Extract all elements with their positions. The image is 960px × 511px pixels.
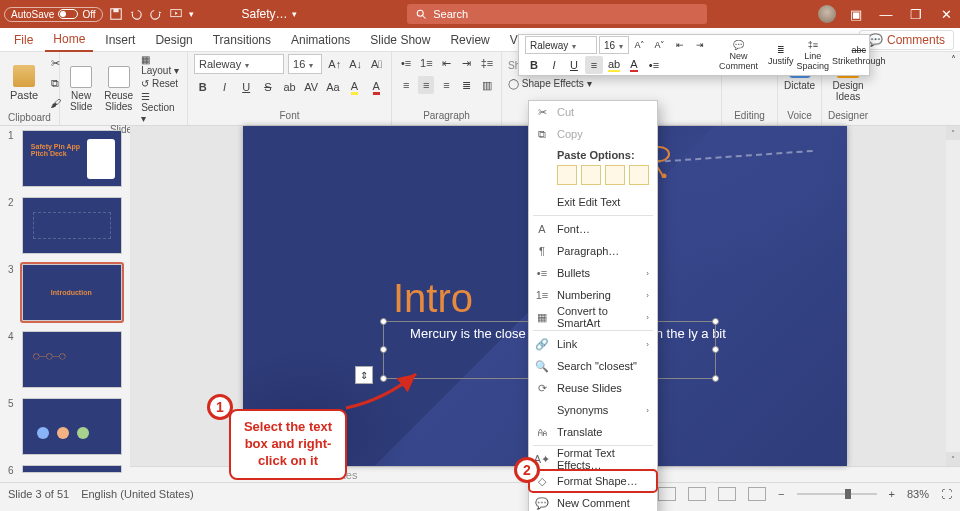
justify-button[interactable]: ≣ [459,76,475,94]
slide-thumbnails[interactable]: 1Safety Pin App Pitch Deck 2 3Introducti… [0,126,130,482]
increase-indent-button[interactable]: ⇥ [459,54,475,72]
slideshow-from-start-icon[interactable] [169,7,183,21]
search-box[interactable]: Search [407,4,707,24]
font-size-dropdown[interactable]: 16 [288,54,322,74]
zoom-slider[interactable] [797,493,877,495]
mini-font-color[interactable]: A [625,56,643,74]
fit-to-window-button[interactable]: ⛶ [941,488,952,500]
restore-button[interactable]: ❐ [906,7,926,22]
mini-highlight[interactable]: ab [605,56,623,74]
normal-view-button[interactable] [658,487,676,501]
undo-icon[interactable] [129,7,143,21]
tab-transitions[interactable]: Transitions [205,29,279,51]
bullets-button[interactable]: •≡ [398,54,414,72]
mini-bullets[interactable]: •≡ [645,56,663,74]
font-color-button[interactable]: A [367,78,385,96]
mini-indent-left[interactable]: ⇤ [671,36,689,54]
tab-animations[interactable]: Animations [283,29,358,51]
cm-link[interactable]: 🔗Link› [529,333,657,355]
redo-icon[interactable] [149,7,163,21]
mini-increase-font[interactable]: A˄ [631,36,649,54]
ribbon-display-options-icon[interactable]: ▣ [846,7,866,22]
italic-button[interactable]: I [216,78,234,96]
bold-button[interactable]: B [194,78,212,96]
slide-sorter-view-button[interactable] [688,487,706,501]
tab-home[interactable]: Home [45,28,93,52]
scroll-down-icon[interactable]: ˅ [946,452,960,466]
zoom-level[interactable]: 83% [907,488,929,500]
thumbnail-1[interactable]: Safety Pin App Pitch Deck [22,130,122,187]
close-button[interactable]: ✕ [936,7,956,22]
strike-button[interactable]: S [259,78,277,96]
mini-indent-right[interactable]: ⇥ [691,36,709,54]
cm-convert-smartart[interactable]: ▦Convert to SmartArt› [529,306,657,328]
user-avatar[interactable] [818,5,836,23]
mini-font-family[interactable]: Raleway [525,36,597,54]
line-spacing-button[interactable]: ‡≡ [479,54,495,72]
decrease-font-button[interactable]: A↓ [347,55,364,73]
highlight-button[interactable]: A [346,78,364,96]
shadow-button[interactable]: ab [281,78,299,96]
thumbnail-3[interactable]: Introduction [22,264,122,321]
new-slide-button[interactable]: New Slide [66,64,96,114]
mini-underline[interactable]: U [565,56,583,74]
decrease-indent-button[interactable]: ⇤ [438,54,454,72]
thumbnail-6[interactable] [22,465,122,473]
paste-text-only[interactable] [629,165,649,185]
zoom-in-button[interactable]: + [889,488,895,500]
thumbnail-5[interactable] [22,398,122,455]
layout-button[interactable]: ▦ Layout ▾ [141,54,181,76]
cm-exit-edit-text[interactable]: Exit Edit Text [529,191,657,213]
mini-justify[interactable]: ≣Justify [768,45,794,66]
autosave-toggle[interactable]: AutoSave Off [4,7,103,22]
cm-bullets[interactable]: •≡Bullets› [529,262,657,284]
paste-picture[interactable] [605,165,625,185]
slideshow-view-button[interactable] [748,487,766,501]
tab-review[interactable]: Review [442,29,497,51]
mini-new-comment[interactable]: 💬New Comment [719,40,758,71]
tab-slideshow[interactable]: Slide Show [362,29,438,51]
mini-line-spacing[interactable]: ‡≡Line Spacing [797,40,830,71]
char-spacing-button[interactable]: AV [302,78,320,96]
cm-translate[interactable]: 🗛Translate [529,421,657,443]
mini-bold[interactable]: B [525,56,543,74]
columns-button[interactable]: ▥ [479,76,495,94]
zoom-out-button[interactable]: − [778,488,784,500]
reset-button[interactable]: ↺ Reset [141,78,181,89]
mini-italic[interactable]: I [545,56,563,74]
minimize-button[interactable]: — [876,7,896,22]
slide-counter[interactable]: Slide 3 of 51 [8,488,69,500]
cm-synonyms[interactable]: Synonyms› [529,399,657,421]
clear-formatting-button[interactable]: A⃠ [368,55,385,73]
tab-insert[interactable]: Insert [97,29,143,51]
align-center-button[interactable]: ≡ [418,76,434,94]
mini-font-size[interactable]: 16 [599,36,629,54]
cm-copy[interactable]: ⧉Copy [529,123,657,145]
font-family-dropdown[interactable]: Raleway [194,54,284,74]
qat-overflow-icon[interactable]: ▾ [189,9,194,19]
reuse-slides-button[interactable]: Reuse Slides [100,64,137,114]
numbering-button[interactable]: 1≡ [418,54,434,72]
underline-button[interactable]: U [237,78,255,96]
paste-use-destination-theme[interactable] [557,165,577,185]
align-right-button[interactable]: ≡ [438,76,454,94]
collapse-ribbon-button[interactable]: ˄ [951,54,956,65]
title-dropdown-icon[interactable]: ▾ [292,9,297,19]
cm-format-shape[interactable]: ◇Format Shape… [529,470,657,492]
cm-numbering[interactable]: 1≡Numbering› [529,284,657,306]
mini-strikethrough[interactable]: abcStrikethrough [832,45,886,66]
cm-font[interactable]: AFont… [529,218,657,240]
cm-search[interactable]: 🔍Search "closest" [529,355,657,377]
save-icon[interactable] [109,7,123,21]
tab-file[interactable]: File [6,29,41,51]
mini-decrease-font[interactable]: A˅ [651,36,669,54]
cm-cut[interactable]: ✂Cut [529,101,657,123]
cm-reuse-slides[interactable]: ⟳Reuse Slides [529,377,657,399]
cm-paragraph[interactable]: ¶Paragraph… [529,240,657,262]
section-button[interactable]: ☰ Section ▾ [141,91,181,124]
paste-button[interactable]: Paste [6,63,42,103]
reading-view-button[interactable] [718,487,736,501]
scroll-up-icon[interactable]: ˄ [946,126,960,140]
paste-keep-source-formatting[interactable] [581,165,601,185]
shape-effects-button[interactable]: ◯ Shape Effects ▾ [508,78,592,89]
